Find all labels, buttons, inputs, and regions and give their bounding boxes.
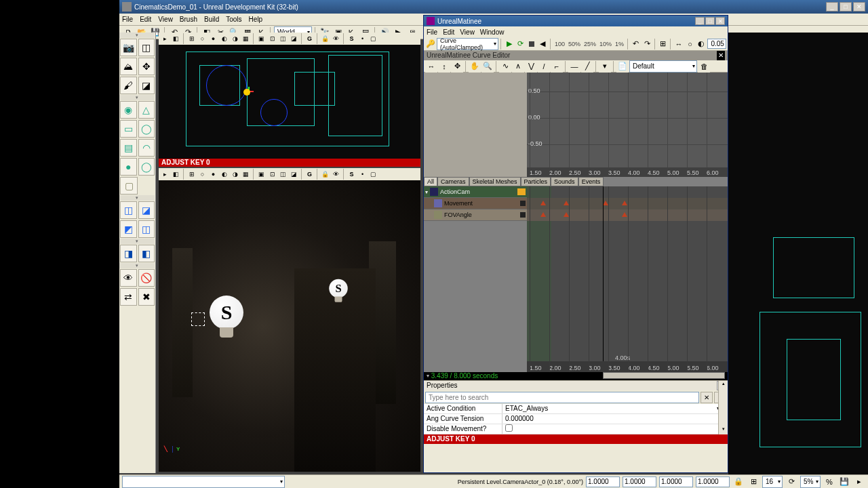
brush-torus-icon[interactable]: ◯	[138, 158, 155, 176]
wireframe-canvas[interactable]	[159, 45, 420, 159]
curve-tab-dropdown[interactable]: Default	[629, 60, 697, 73]
curve-fit-v-icon[interactable]: ↕	[438, 60, 450, 73]
brush-stair-icon[interactable]: ▤	[120, 139, 137, 157]
tab-skeletal[interactable]: Skeletal Meshes	[469, 177, 521, 186]
fit-sel-icon[interactable]: ◐	[696, 38, 707, 50]
add-key-icon[interactable]: 🔑	[425, 38, 436, 50]
status-num-4[interactable]: 1.0000	[696, 476, 730, 487]
special-add-icon[interactable]: ◨	[120, 245, 137, 262]
drag-grid-dropdown[interactable]: 16	[762, 476, 783, 488]
rotation-grid-dropdown[interactable]: 5%	[800, 476, 821, 488]
fit-seq-icon[interactable]: ↔	[673, 38, 684, 50]
curve-fit-all-icon[interactable]: ✥	[451, 60, 463, 73]
light-actor-large[interactable]: S	[206, 296, 247, 343]
curve-const-icon[interactable]: ⌐	[551, 60, 563, 73]
curve-track-list[interactable]	[424, 73, 527, 177]
vp-s-icon[interactable]: S	[347, 34, 357, 44]
menu-tools[interactable]: Tools	[226, 16, 241, 23]
vp-dot-icon[interactable]: •	[357, 34, 368, 44]
prop-active-condition-value[interactable]: ETAC_Always	[505, 405, 548, 412]
select-none-icon[interactable]: ✖	[138, 288, 155, 306]
matinee-minimize-button[interactable]: _	[695, 17, 705, 25]
minimize-button[interactable]: _	[826, 2, 838, 12]
status-num-3[interactable]: 1.0000	[659, 476, 693, 487]
vp3d-lock-icon[interactable]: 🔒	[320, 169, 330, 180]
camera-mode-icon[interactable]: 📷	[120, 39, 137, 56]
vp-light-complex-icon[interactable]: ◑	[230, 34, 240, 44]
matinee-window[interactable]: UnrealMatinee _ □ ✕ File Edit View Windo…	[423, 15, 728, 473]
vp-tex-density-icon[interactable]: ▦	[241, 34, 251, 44]
vp3d-side-icon[interactable]: ◪	[289, 169, 299, 180]
select-invert-icon[interactable]: ⇄	[120, 288, 137, 306]
select-show-icon[interactable]: 👁	[120, 269, 137, 287]
prop-ang-curve-value[interactable]: 0.000000	[502, 414, 728, 424]
tab-events[interactable]: Events	[578, 177, 604, 186]
matinee-maximize-button[interactable]: □	[705, 17, 715, 25]
viewport-top-ortho[interactable]: ▸ ◧ ⊞ ○ ● ◐ ◑ ▦ ▣ ⊡ ◫ ◪ G 🔒 👁 S • ▢ ADJU…	[159, 33, 420, 167]
close-button[interactable]: ✕	[853, 2, 865, 12]
brush-sheet-icon[interactable]: ▭	[120, 120, 137, 138]
curve-auto-icon[interactable]: ∿	[499, 60, 511, 73]
snap-icon[interactable]: ⊞	[658, 38, 669, 50]
brush-cone-icon[interactable]: △	[138, 101, 155, 119]
vp3d-streaming-icon[interactable]: ◧	[171, 169, 181, 180]
vp3d-top-icon[interactable]: ⊡	[267, 169, 277, 180]
curve-graph[interactable]: 0.50 0.00 -0.50 1.502.002.503.003.504.00…	[527, 73, 728, 177]
curve-user-icon[interactable]: ∧	[512, 60, 524, 73]
tab-particles[interactable]: Particles	[521, 177, 551, 186]
snap-value[interactable]: 0.05	[707, 39, 726, 49]
curve-toggle-icon[interactable]	[520, 201, 526, 206]
play-loop-icon[interactable]: ⟳	[515, 38, 526, 50]
status-rot-icon[interactable]: ⟳	[785, 476, 797, 488]
matinee-close-button[interactable]: ✕	[715, 17, 725, 25]
reverse-icon[interactable]: ◀	[538, 38, 549, 50]
vp-lit-icon[interactable]: ●	[208, 34, 218, 44]
timeline-canvas[interactable]: 4.00s 1.502.002.503.003.504.004.505.005.…	[527, 186, 728, 372]
vp3d-front-icon[interactable]: ◫	[278, 169, 288, 180]
speed-1[interactable]: 1%	[614, 41, 625, 47]
status-num-1[interactable]: 1.0000	[586, 476, 620, 487]
tab-cameras[interactable]: Cameras	[437, 177, 469, 186]
track-movement[interactable]: Movement	[424, 198, 527, 209]
play-icon[interactable]: ▶	[504, 38, 515, 50]
toolbox-sep2[interactable]: ▾	[119, 195, 155, 201]
properties-search-clear-icon[interactable]: ✕	[701, 392, 713, 403]
speed-50[interactable]: 50%	[567, 41, 582, 47]
curve-toggle-icon-2[interactable]	[520, 212, 526, 218]
curve-tab-new-icon[interactable]: 📄	[616, 60, 629, 73]
matinee-titlebar[interactable]: UnrealMatinee _ □ ✕	[424, 16, 728, 26]
curve-show-all-icon[interactable]: ▾	[599, 60, 611, 73]
speed-100[interactable]: 100	[553, 41, 566, 47]
vp-lock2-icon[interactable]: 👁	[331, 34, 341, 44]
light-actor-small[interactable]: S	[328, 279, 350, 306]
speed-25[interactable]: 25%	[583, 41, 597, 47]
vp3d-wire-icon[interactable]: ⊞	[186, 169, 197, 180]
interp-mode-dropdown[interactable]: Curve (Auto/Clamped)	[437, 38, 498, 50]
track-fovangle[interactable]: FOVAngle	[424, 209, 527, 221]
vp3d-max-icon[interactable]: ▢	[368, 169, 378, 180]
texture-mode-icon[interactable]: 🖌	[120, 77, 137, 94]
playhead[interactable]	[603, 186, 604, 372]
menu-edit[interactable]: Edit	[140, 16, 151, 23]
vp-side-icon[interactable]: ◪	[289, 34, 299, 44]
track-group-actioncam[interactable]: ▾ ActionCam	[424, 186, 527, 198]
vp3d-unlit-icon[interactable]: ○	[197, 169, 208, 180]
vp-detail-icon[interactable]: ◐	[219, 34, 229, 44]
stop-icon[interactable]	[526, 38, 537, 50]
curve-linear-icon[interactable]: /	[538, 60, 550, 73]
curve-editor-close-icon[interactable]: ✕	[717, 51, 725, 60]
move-mode-icon[interactable]: ✥	[138, 58, 155, 75]
brush-cyl-icon[interactable]: ◯	[138, 120, 155, 138]
vp3d-dot-icon[interactable]: •	[357, 169, 368, 180]
brush-sphere-icon[interactable]: ●	[120, 158, 137, 176]
status-autosave-icon[interactable]: 💾	[838, 476, 850, 488]
vp3d-persp-icon[interactable]: ▣	[256, 169, 267, 180]
camera-actor-icon[interactable]	[191, 312, 205, 326]
vp-front-icon[interactable]: ◫	[278, 34, 288, 44]
brush-volume-icon[interactable]: ▢	[120, 177, 138, 195]
toolbox-sep1[interactable]: ▾	[119, 95, 155, 100]
redo2-icon[interactable]: ↷	[642, 38, 653, 50]
menu-brush[interactable]: Brush	[180, 16, 197, 23]
vp-realtime-icon[interactable]: ▸	[160, 34, 170, 44]
menu-file[interactable]: File	[122, 16, 133, 23]
